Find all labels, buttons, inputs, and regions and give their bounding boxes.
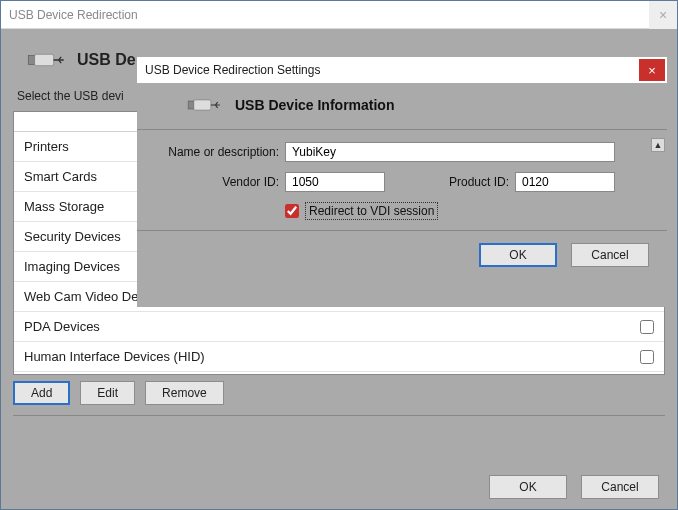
device-checkbox[interactable] (640, 320, 654, 334)
settings-footer: OK Cancel (137, 231, 667, 279)
name-input[interactable] (285, 142, 615, 162)
product-label: Product ID: (385, 175, 515, 189)
settings-titlebar: USB Device Redirection Settings × (137, 57, 667, 83)
device-label: Human Interface Devices (HID) (24, 349, 205, 364)
ok-button[interactable]: OK (489, 475, 567, 499)
close-icon[interactable]: × (649, 1, 677, 29)
cancel-button[interactable]: Cancel (581, 475, 659, 499)
settings-form: ▲ Name or description: Vendor ID: Produc… (137, 129, 667, 231)
settings-dialog: USB Device Redirection Settings × USB De… (137, 57, 667, 307)
outer-action-row: Add Edit Remove (13, 381, 665, 416)
device-label: Imaging Devices (24, 259, 120, 274)
outer-titlebar: USB Device Redirection × (1, 1, 677, 29)
usb-icon (187, 95, 221, 115)
usb-icon (27, 49, 65, 71)
list-item[interactable]: PDA Devices (14, 312, 664, 342)
product-id-input[interactable] (515, 172, 615, 192)
cancel-button[interactable]: Cancel (571, 243, 649, 267)
outer-footer: OK Cancel (489, 475, 659, 499)
svg-rect-0 (28, 56, 34, 65)
settings-header: USB Device Information (187, 95, 667, 115)
add-button[interactable]: Add (13, 381, 70, 405)
outer-window: USB Device Redirection × USB De Select t… (0, 0, 678, 510)
ok-button[interactable]: OK (479, 243, 557, 267)
redirect-label: Redirect to VDI session (305, 202, 438, 220)
settings-header-title: USB Device Information (235, 97, 394, 113)
outer-window-title: USB Device Redirection (9, 8, 138, 22)
remove-button[interactable]: Remove (145, 381, 224, 405)
outer-header-title: USB De (77, 51, 136, 69)
svg-rect-3 (194, 100, 211, 110)
device-label: PDA Devices (24, 319, 100, 334)
close-icon[interactable]: × (639, 59, 665, 81)
device-label: Printers (24, 139, 69, 154)
settings-title: USB Device Redirection Settings (145, 63, 320, 77)
device-label: Smart Cards (24, 169, 97, 184)
device-label: Mass Storage (24, 199, 104, 214)
edit-button[interactable]: Edit (80, 381, 135, 405)
svg-rect-1 (35, 54, 54, 65)
scroll-up-icon[interactable]: ▲ (651, 138, 665, 152)
vendor-id-input[interactable] (285, 172, 385, 192)
device-label: Security Devices (24, 229, 121, 244)
vendor-label: Vendor ID: (147, 175, 285, 189)
list-item[interactable]: Human Interface Devices (HID) (14, 342, 664, 372)
svg-rect-2 (188, 101, 194, 109)
redirect-checkbox[interactable] (285, 204, 299, 218)
device-checkbox[interactable] (640, 350, 654, 364)
name-label: Name or description: (147, 145, 285, 159)
